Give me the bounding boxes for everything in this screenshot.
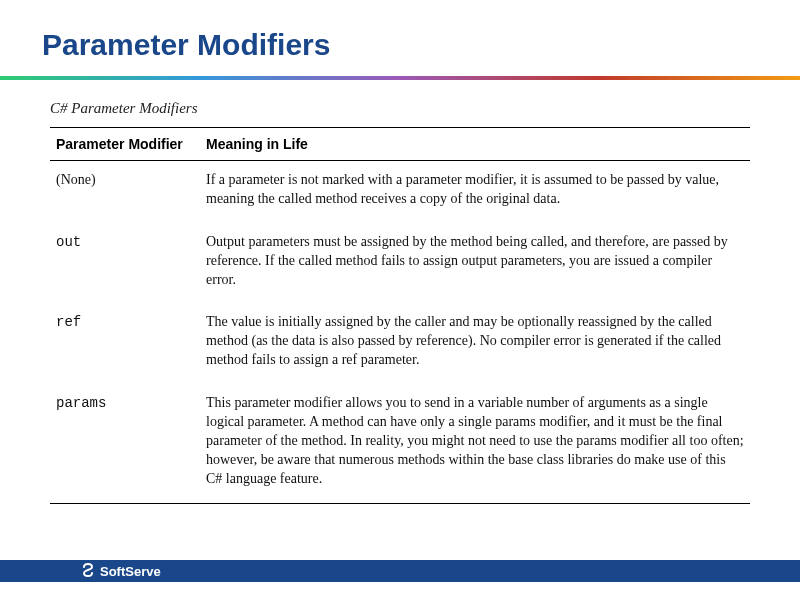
table-caption: C# Parameter Modifiers [50,100,750,117]
table-row: out Output parameters must be assigned b… [50,223,750,304]
content-area: C# Parameter Modifiers Parameter Modifie… [0,80,800,504]
cell-meaning: If a parameter is not marked with a para… [200,161,750,223]
cell-meaning: Output parameters must be assigned by th… [200,223,750,304]
table-row: params This parameter modifier allows yo… [50,384,750,503]
modifiers-table: Parameter Modifier Meaning in Life (None… [50,127,750,504]
cell-modifier: ref [50,303,200,384]
cell-modifier: out [50,223,200,304]
col-header-meaning: Meaning in Life [200,128,750,161]
footer-bar: SoftServe [0,560,800,582]
col-header-modifier: Parameter Modifier [50,128,200,161]
cell-meaning: The value is initially assigned by the c… [200,303,750,384]
cell-modifier: params [50,384,200,503]
table-row: (None) If a parameter is not marked with… [50,161,750,223]
softserve-icon [80,563,96,579]
slide-title: Parameter Modifiers [0,0,800,76]
cell-meaning: This parameter modifier allows you to se… [200,384,750,503]
table-row: ref The value is initially assigned by t… [50,303,750,384]
cell-modifier: (None) [50,161,200,223]
brand-logo: SoftServe [80,563,161,579]
brand-name: SoftServe [100,564,161,579]
